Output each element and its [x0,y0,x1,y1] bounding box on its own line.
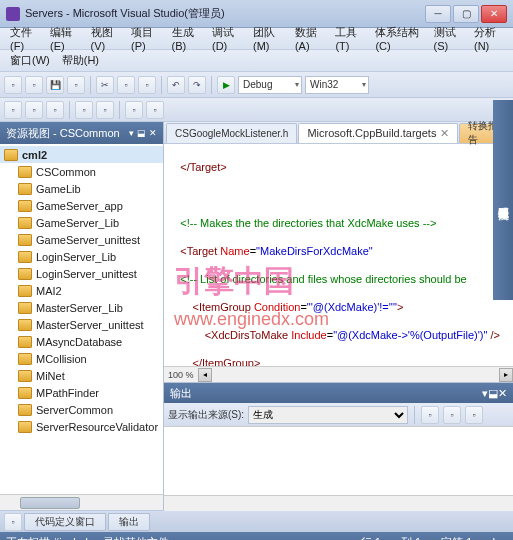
output-btn3[interactable]: ▫ [465,406,483,424]
output-toolbar: 显示输出来源(S): 生成 ▫ ▫ ▫ [164,403,513,427]
tab-output[interactable]: 输出 [108,513,150,531]
output-btn2[interactable]: ▫ [443,406,461,424]
menu-help[interactable]: 帮助(H) [56,50,105,71]
copy-button[interactable]: ▫ [117,76,135,94]
tb2-7[interactable]: ▫ [146,101,164,119]
tree-item[interactable]: ServerCommon [0,401,163,418]
output-hscroll[interactable] [164,495,513,511]
tree-item[interactable]: MCollision [0,350,163,367]
project-icon [18,251,32,263]
tb2-3[interactable]: ▫ [46,101,64,119]
output-pin-icon[interactable]: ⬓ [488,387,498,400]
status-char: 字符 1 [441,535,472,541]
menu-window[interactable]: 窗口(W) [4,50,56,71]
menu-analyze[interactable]: 分析(N) [468,22,509,55]
output-close-icon[interactable]: ✕ [498,387,507,400]
tree-item[interactable]: GameServer_app [0,197,163,214]
bt-icon[interactable]: ▫ [4,513,22,531]
scroll-left-icon[interactable]: ◂ [198,368,212,382]
tree-item[interactable]: MiNet [0,367,163,384]
statusbar: 正在扫描 #includes 寻找其他文件 ... 行 1 列 1 字符 1 I… [0,532,513,540]
output-text[interactable] [164,427,513,495]
menu-data[interactable]: 数据(A) [289,22,330,55]
tab-listener[interactable]: CSGoogleMockListener.h [166,123,297,143]
project-icon [18,200,32,212]
output-header: 输出 ▾ ⬓ ✕ [164,383,513,403]
minimize-button[interactable]: ─ [425,5,451,23]
editor-hscroll[interactable]: 100 % ◂ ▸ [164,366,513,382]
cut-button[interactable]: ✂ [96,76,114,94]
tb2-1[interactable]: ▫ [4,101,22,119]
project-icon [18,268,32,280]
dropdown-icon[interactable]: ▾ [129,128,134,138]
tab-cppbuild[interactable]: Microsoft.CppBuild.targets ✕ [298,123,458,143]
tree-item[interactable]: GameServer_unittest [0,231,163,248]
status-line: 行 1 [361,535,381,541]
tree-item[interactable]: ServerResourceValidator [0,418,163,435]
collapsed-panels[interactable]: 服务器资源管理器 属性 [493,100,513,300]
menu-test[interactable]: 测试(S) [428,22,469,55]
tb2-2[interactable]: ▫ [25,101,43,119]
redo-button[interactable]: ↷ [188,76,206,94]
tree-item[interactable]: MPathFinder [0,384,163,401]
menu-team[interactable]: 团队(M) [247,22,289,55]
editor-area: CSGoogleMockListener.h Microsoft.CppBuil… [164,122,513,510]
watermark-url: www.enginedx.com [174,312,329,326]
resource-tree[interactable]: cml2 CSCommon GameLib GameServer_app Gam… [0,144,163,494]
tree-item[interactable]: MAsyncDatabase [0,333,163,350]
tree-item[interactable]: LoginServer_Lib [0,248,163,265]
tree-item[interactable]: MasterServer_Lib [0,299,163,316]
code-editor[interactable]: </Target> <!-- Makes the the directories… [164,144,513,366]
close-button[interactable]: ✕ [481,5,507,23]
tb2-6[interactable]: ▫ [125,101,143,119]
toolbar-secondary: ▫ ▫ ▫ ▫ ▫ ▫ ▫ [0,98,513,122]
menu-debug[interactable]: 调试(D) [206,22,247,55]
scroll-right-icon[interactable]: ▸ [499,368,513,382]
output-source-label: 显示输出来源(S): [168,408,244,422]
tab-close-icon[interactable]: ✕ [440,127,449,140]
vs-icon [6,7,20,21]
status-message: 正在扫描 #includes 寻找其他文件 ... [6,535,341,541]
project-icon [18,370,32,382]
tree-item[interactable]: GameServer_Lib [0,214,163,231]
platform-dropdown[interactable]: Win32 [305,76,369,94]
save-button[interactable]: 💾 [46,76,64,94]
tb2-4[interactable]: ▫ [75,101,93,119]
open-button[interactable]: ▫ [25,76,43,94]
output-btn1[interactable]: ▫ [421,406,439,424]
project-icon [18,217,32,229]
tree-item[interactable]: CSCommon [0,163,163,180]
output-title: 输出 [170,386,192,401]
resource-view-header: 资源视图 - CSCommon ▾ ⬓ ✕ [0,122,163,144]
output-source-select[interactable]: 生成 [248,406,408,424]
menu-arch[interactable]: 体系结构(C) [369,22,427,55]
tree-item[interactable]: MasterServer_unittest [0,316,163,333]
tree-item[interactable]: GameLib [0,180,163,197]
new-button[interactable]: ▫ [4,76,22,94]
project-icon [18,421,32,433]
tab-codedef[interactable]: 代码定义窗口 [24,513,106,531]
window-title: Servers - Microsoft Visual Studio(管理员) [25,6,425,21]
tb2-5[interactable]: ▫ [96,101,114,119]
pin-icon[interactable]: ⬓ [137,128,146,138]
start-button[interactable]: ▶ [217,76,235,94]
resource-view-title: 资源视图 - CSCommon [6,126,126,141]
config-dropdown[interactable]: Debug [238,76,302,94]
menu-project[interactable]: 项目(P) [125,22,166,55]
menu-build[interactable]: 生成(B) [166,22,207,55]
tree-item[interactable]: LoginServer_unittest [0,265,163,282]
resource-view-panel: 资源视图 - CSCommon ▾ ⬓ ✕ cml2 CSCommon Game… [0,122,164,510]
undo-button[interactable]: ↶ [167,76,185,94]
project-icon [18,353,32,365]
saveall-button[interactable]: ▫ [67,76,85,94]
panel-close-icon[interactable]: ✕ [149,128,157,138]
zoom-level[interactable]: 100 % [164,370,198,380]
maximize-button[interactable]: ▢ [453,5,479,23]
tree-item[interactable]: MAI2 [0,282,163,299]
menu-tools[interactable]: 工具(T) [329,22,369,55]
paste-button[interactable]: ▫ [138,76,156,94]
tree-root[interactable]: cml2 [0,146,163,163]
tree-hscrollbar[interactable] [0,494,163,510]
bottom-tabstrip: ▫ 代码定义窗口 输出 [0,510,513,532]
status-col: 列 1 [401,535,421,541]
